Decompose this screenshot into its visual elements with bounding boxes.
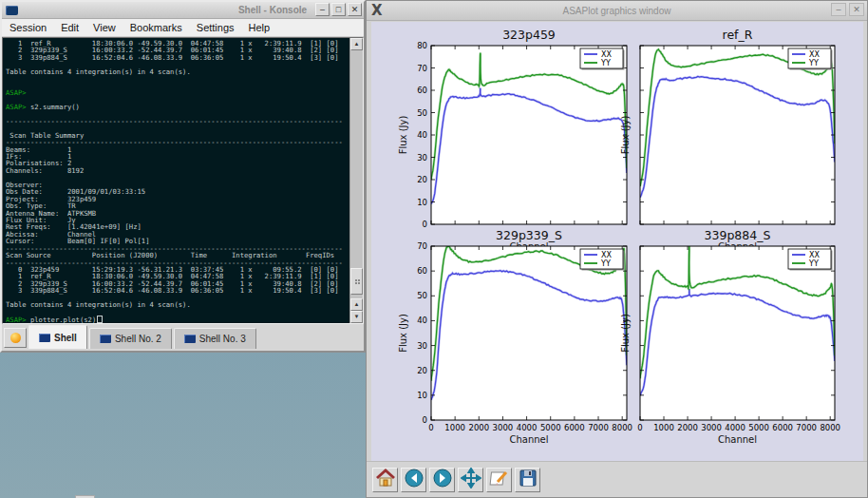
toolbar-home-button[interactable] (372, 468, 398, 492)
konsole-titlebar[interactable]: Shell - Konsole – □ ✕ (2, 2, 364, 19)
svg-text:1000: 1000 (444, 423, 465, 432)
svg-text:0: 0 (428, 423, 433, 432)
tab-shell-no-3[interactable]: Shell No. 3 (174, 328, 256, 349)
svg-text:4000: 4000 (725, 423, 745, 432)
svg-text:3000: 3000 (493, 423, 514, 432)
tab-label: Shell No. 2 (115, 334, 161, 344)
menu-item-view[interactable]: View (93, 22, 116, 33)
minimize-button[interactable]: – (831, 3, 846, 16)
minimize-button[interactable]: – (315, 3, 330, 16)
legend: XXYY (580, 249, 625, 271)
terminal-line (6, 174, 349, 181)
svg-text:30: 30 (417, 341, 427, 351)
toolbar-subplots-button[interactable] (486, 468, 512, 492)
tab-shell[interactable]: Shell (28, 325, 87, 349)
terminal-line: 3 339p884_S 16:52:04.6 -46.08.33.9 06:36… (6, 54, 349, 61)
svg-text:0: 0 (423, 220, 427, 229)
svg-text:2000: 2000 (677, 423, 698, 432)
tab-shell-no-2[interactable]: Shell No. 2 (89, 328, 172, 349)
svg-text:10: 10 (417, 198, 427, 207)
figure-canvas[interactable]: ChannelChannel01020304050607080323p459Fl… (371, 22, 863, 463)
subplot-title: 339p884_S (705, 228, 771, 242)
terminal-line: ASAP> (6, 89, 349, 96)
pan-icon (461, 468, 481, 492)
maximize-button[interactable]: □ (331, 3, 346, 16)
svg-text:40: 40 (417, 130, 427, 140)
konsole-tabbar: ShellShell No. 2Shell No. 3 (2, 324, 364, 349)
svg-text:4000: 4000 (517, 423, 538, 432)
terminal-line: ----------------------------------------… (6, 118, 349, 124)
svg-text:YY: YY (600, 259, 611, 268)
svg-text:60: 60 (417, 86, 427, 95)
asaplot-window: X ASAPlot graphics window – ✕ ChannelCha… (366, 0, 868, 498)
subplot-title: ref_R (723, 28, 753, 42)
svg-text:5000: 5000 (748, 423, 769, 432)
svg-text:70: 70 (417, 64, 427, 73)
scrollbar-thumb[interactable] (350, 268, 363, 295)
svg-text:XX: XX (809, 251, 820, 259)
svg-text:YY: YY (600, 59, 611, 67)
plot-area-339p884_S[interactable] (640, 246, 835, 420)
svg-text:YY: YY (808, 59, 819, 67)
legend: XXYY (788, 48, 833, 70)
terminal-line: Channels: 8192 (6, 167, 349, 174)
toolbar-back-button[interactable] (401, 468, 426, 492)
forward-icon (432, 468, 453, 492)
save-icon (518, 468, 538, 492)
svg-text:XX: XX (601, 50, 612, 59)
scroll-up2-icon[interactable]: ▲ (350, 298, 363, 311)
toolbar-forward-button[interactable] (429, 468, 455, 492)
menu-item-edit[interactable]: Edit (61, 22, 79, 33)
x-axis-label: Channel (509, 434, 548, 445)
menu-item-settings[interactable]: Settings (197, 22, 235, 33)
home-icon (375, 468, 396, 492)
plot-area-323p459[interactable] (431, 46, 627, 224)
svg-text:7000: 7000 (796, 423, 817, 432)
terminal-line: Table contains 4 integration(s) in 4 sca… (6, 301, 349, 308)
terminal-line: Table contains 4 integration(s) in 4 sca… (6, 68, 349, 75)
x-axis-label: Channel (718, 434, 757, 445)
svg-text:XX: XX (809, 50, 820, 59)
legend: XXYY (788, 249, 833, 271)
menu-item-help[interactable]: Help (249, 22, 271, 33)
back-icon (404, 468, 425, 492)
konsole-window-icon (6, 6, 18, 15)
svg-text:YY: YY (808, 259, 819, 268)
menu-item-session[interactable]: Session (9, 22, 47, 33)
asaplot-titlebar[interactable]: X ASAPlot graphics window – ✕ (367, 1, 867, 21)
terminal-line: ASAP> plotter.plot(s2) (6, 316, 349, 322)
terminal-cursor (97, 316, 103, 323)
svg-text:10: 10 (417, 391, 427, 400)
scroll-up-icon[interactable]: ▲ (350, 38, 363, 50)
close-button[interactable]: ✕ (849, 3, 864, 16)
toolbar-pan-button[interactable] (458, 468, 483, 492)
svg-text:40: 40 (417, 316, 427, 325)
new-session-button[interactable] (4, 328, 27, 348)
svg-text:2000: 2000 (468, 423, 489, 432)
subplot-title: 329p339_S (496, 228, 562, 242)
toolbar-save-button[interactable] (515, 468, 540, 492)
plot-area-ref_R[interactable] (640, 46, 835, 224)
konsole-window: Shell - Konsole – □ ✕ SessionEditViewBoo… (0, 0, 366, 353)
y-axis-label: Flux (Jy) (398, 116, 408, 155)
close-button[interactable]: ✕ (348, 3, 362, 16)
svg-text:8000: 8000 (820, 423, 840, 432)
terminal-output: 1 ref_R 18:30:06.0 -49.59.30.0 04:47:58 … (6, 40, 349, 323)
terminal[interactable]: 1 ref_R 18:30:06.0 -49.59.30.0 04:47:58 … (2, 37, 364, 324)
terminal-icon (184, 335, 196, 343)
svg-text:XX: XX (601, 251, 612, 259)
tab-label: Shell No. 3 (199, 334, 246, 344)
terminal-icon (100, 335, 111, 343)
y-axis-label: Flux (Jy) (620, 116, 631, 155)
svg-text:1000: 1000 (653, 423, 674, 432)
tab-label: Shell (54, 333, 77, 343)
terminal-line: ASAP> s2.summary() (6, 104, 349, 110)
svg-text:0: 0 (637, 423, 642, 432)
menu-item-bookmarks[interactable]: Bookmarks (130, 22, 182, 33)
svg-text:3000: 3000 (701, 423, 722, 432)
svg-text:7000: 7000 (588, 423, 609, 432)
terminal-scrollbar[interactable]: ▲ ▲ ▼ (349, 38, 363, 323)
scroll-down-icon[interactable]: ▼ (350, 311, 363, 323)
svg-text:0: 0 (423, 415, 427, 425)
svg-text:20: 20 (417, 366, 427, 375)
